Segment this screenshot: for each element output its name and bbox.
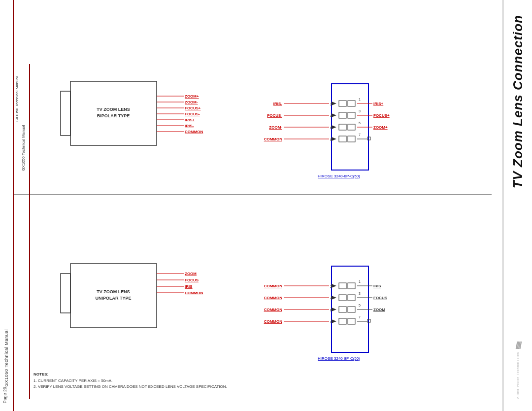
allied-logo: //// Allied Vision Technologies: [515, 341, 520, 399]
svg-rect-25: [339, 136, 346, 142]
allied-name-text: Allied Vision Technologies: [516, 352, 519, 399]
wire-zoom: ZOOM: [185, 272, 197, 276]
bot-right-pin-5: 5: [359, 304, 361, 307]
bot-right-focus: FOCUS: [373, 296, 388, 300]
svg-marker-44: [332, 296, 336, 300]
right-pin-3: 3: [359, 109, 361, 113]
svg-rect-13: [339, 101, 346, 106]
bot-right-pin-1: 1: [359, 280, 361, 283]
bot-right-pin-7: 7: [359, 315, 361, 319]
title-vertical: TV Zoom Lens Connection: [511, 15, 525, 188]
diagram-svg: TV ZOOM LENS BIPOLAR TYPE ZOOM+ ZOOM- FO…: [14, 0, 502, 411]
notes-line2: 2. VERIFY LENS VOLTAGE SETTING ON CAMERA…: [33, 384, 227, 389]
wire-iris-minus: IRIS-: [185, 124, 194, 128]
right-iris-plus: IRIS+: [373, 102, 384, 106]
svg-rect-42: [348, 283, 355, 289]
svg-rect-32: [61, 274, 70, 313]
wire-focus-minus: FOCUS-: [185, 112, 200, 116]
wire-focus: FOCUS: [185, 278, 199, 282]
svg-rect-45: [339, 295, 346, 301]
right-bar: TV Zoom Lens Connection //// Allied Visi…: [503, 0, 532, 411]
bot-conn-common-4: COMMON: [264, 296, 283, 300]
svg-marker-40: [332, 284, 336, 288]
wire-iris-plus: IRIS+: [185, 118, 195, 122]
svg-rect-1: [61, 91, 70, 136]
svg-rect-17: [339, 112, 346, 118]
left-bar: GX1050 Technical Manual: [0, 0, 14, 411]
svg-rect-21: [339, 124, 346, 130]
svg-marker-16: [332, 113, 336, 117]
manual-label: GX1050 Technical Manual: [4, 329, 9, 386]
allied-slashes-icon: ////: [515, 341, 520, 350]
conn-common-8: COMMON: [264, 137, 283, 141]
svg-marker-12: [332, 102, 336, 105]
bot-lens-label2: UNIPOLAR TYPE: [95, 296, 131, 301]
bot-conn-common-8: COMMON: [264, 319, 283, 324]
wire-common: COMMON: [185, 130, 203, 134]
right-focus-plus: FOCUS+: [373, 113, 390, 118]
conn-zoom-minus: ZOOM-: [269, 125, 282, 130]
right-pin-5: 5: [359, 121, 361, 125]
svg-marker-24: [332, 137, 336, 141]
svg-rect-41: [339, 283, 346, 289]
bot-right-iris: IRIS: [373, 284, 381, 288]
bot-conn-common-2: COMMON: [264, 284, 283, 288]
conn-iris-minus: IRIS-: [273, 102, 283, 106]
svg-rect-54: [348, 318, 355, 324]
wire-zoom-minus: ZOOM-: [185, 100, 198, 104]
bot-right-pin-3: 3: [359, 292, 361, 295]
svg-rect-18: [348, 112, 355, 118]
gx-vertical-label: GX1050 Technical Manual: [21, 125, 26, 171]
svg-marker-48: [332, 308, 336, 311]
wire-common-bot: COMMON: [185, 291, 203, 295]
wire-focus-plus: FOCUS+: [185, 106, 201, 110]
bot-lens-label1: TV ZOOM LENS: [97, 289, 130, 294]
svg-rect-46: [348, 295, 355, 301]
right-pin-1: 1: [359, 98, 361, 101]
bot-right-zoom: ZOOM: [373, 308, 385, 312]
hirose-top-label: HIROSE 3240-8P-C(50): [318, 174, 360, 178]
right-pin-7: 7: [359, 133, 361, 137]
svg-rect-22: [348, 124, 355, 130]
right-zoom-plus: ZOOM+: [373, 125, 388, 130]
svg-marker-20: [332, 125, 336, 129]
bot-conn-common-6: COMMON: [264, 308, 283, 312]
svg-rect-50: [348, 307, 355, 312]
conn-focus-minus: FOCUS-: [267, 113, 282, 118]
top-lens-label2: BIPOLAR TYPE: [97, 113, 130, 118]
svg-marker-52: [332, 319, 336, 323]
wire-zoom-plus: ZOOM+: [185, 94, 199, 99]
hirose-bot-label: HIROSE 3240-8P-C(50): [318, 356, 360, 361]
svg-rect-53: [339, 318, 346, 324]
notes-line1: 1. CURRENT CAPACITY PER AXIS = 50mA.: [33, 378, 112, 383]
svg-rect-49: [339, 307, 346, 312]
wire-iris: IRIS: [185, 284, 193, 289]
svg-rect-14: [348, 101, 355, 106]
top-lens-label1: TV ZOOM LENS: [97, 107, 130, 112]
notes-title: NOTES:: [33, 372, 48, 377]
page-number: Page 29: [2, 387, 7, 404]
svg-rect-26: [348, 136, 355, 142]
